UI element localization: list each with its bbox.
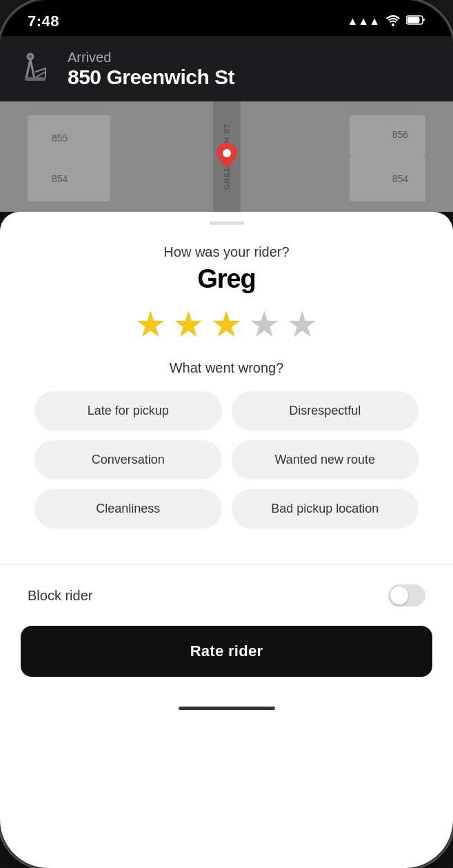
tag-conversation[interactable]: Conversation bbox=[34, 440, 222, 480]
map-block bbox=[350, 115, 425, 157]
stars-container[interactable]: ★ ★ ★ ★ ★ bbox=[134, 306, 319, 342]
feedback-question: What went wrong? bbox=[170, 360, 284, 376]
map-grid: GREENWICH ST 855 856 854 854 bbox=[0, 101, 453, 212]
tag-wanted-new-route[interactable]: Wanted new route bbox=[232, 440, 419, 480]
svg-point-4 bbox=[29, 55, 32, 58]
svg-point-0 bbox=[392, 23, 394, 26]
map-icon-container bbox=[21, 51, 55, 88]
status-time: 7:48 bbox=[28, 12, 59, 30]
status-bar: 7:48 ▲▲▲ bbox=[0, 0, 453, 36]
home-bar bbox=[179, 707, 275, 710]
map-pin bbox=[217, 143, 237, 170]
phone-frame: 7:48 ▲▲▲ bbox=[0, 0, 453, 868]
block-rider-row: Block rider bbox=[0, 565, 453, 626]
toggle-knob bbox=[390, 586, 408, 604]
rate-rider-button[interactable]: Rate rider bbox=[21, 626, 432, 677]
svg-rect-2 bbox=[407, 17, 420, 23]
map-number-855: 855 bbox=[52, 132, 68, 144]
wifi-icon bbox=[385, 14, 401, 29]
svg-point-6 bbox=[223, 149, 231, 157]
arrived-label: Arrived bbox=[68, 50, 234, 66]
svg-rect-5 bbox=[25, 77, 46, 81]
map-block bbox=[350, 157, 425, 201]
tag-bad-pickup-location[interactable]: Bad pickup location bbox=[232, 489, 419, 529]
arrived-header: Arrived 850 Greenwich St bbox=[0, 36, 453, 101]
arrived-text-container: Arrived 850 Greenwich St bbox=[68, 50, 234, 89]
tag-disrespectful[interactable]: Disrespectful bbox=[232, 391, 419, 431]
star-2[interactable]: ★ bbox=[172, 306, 205, 342]
star-4[interactable]: ★ bbox=[248, 306, 281, 342]
map-number-856: 856 bbox=[392, 129, 408, 140]
status-icons: ▲▲▲ bbox=[347, 14, 425, 29]
signal-icon: ▲▲▲ bbox=[347, 15, 380, 28]
arrived-address: 850 Greenwich St bbox=[68, 66, 234, 89]
map-block bbox=[28, 157, 110, 201]
rate-button-container: Rate rider bbox=[0, 626, 453, 698]
tag-cleanliness[interactable]: Cleanliness bbox=[34, 489, 222, 529]
rating-section: How was your rider? Greg ★ ★ ★ ★ ★ What … bbox=[0, 225, 453, 545]
map-section: GREENWICH ST 855 856 854 854 bbox=[0, 101, 453, 212]
block-rider-label: Block rider bbox=[28, 588, 92, 604]
home-indicator bbox=[0, 698, 453, 718]
map-number-854-left: 854 bbox=[52, 173, 68, 184]
battery-icon bbox=[406, 14, 425, 28]
star-1[interactable]: ★ bbox=[134, 306, 167, 342]
tags-grid: Late for pickup Disrespectful Conversati… bbox=[28, 391, 425, 529]
star-3[interactable]: ★ bbox=[210, 306, 243, 342]
star-5[interactable]: ★ bbox=[286, 306, 319, 342]
road-icon bbox=[21, 51, 55, 86]
rider-name: Greg bbox=[197, 264, 256, 294]
map-number-854-right: 854 bbox=[392, 173, 408, 184]
tag-late-pickup[interactable]: Late for pickup bbox=[34, 391, 222, 431]
how-was-text: How was your rider? bbox=[163, 244, 289, 260]
block-rider-toggle[interactable] bbox=[388, 584, 425, 606]
map-block bbox=[28, 115, 110, 160]
bottom-sheet: How was your rider? Greg ★ ★ ★ ★ ★ What … bbox=[0, 212, 453, 868]
